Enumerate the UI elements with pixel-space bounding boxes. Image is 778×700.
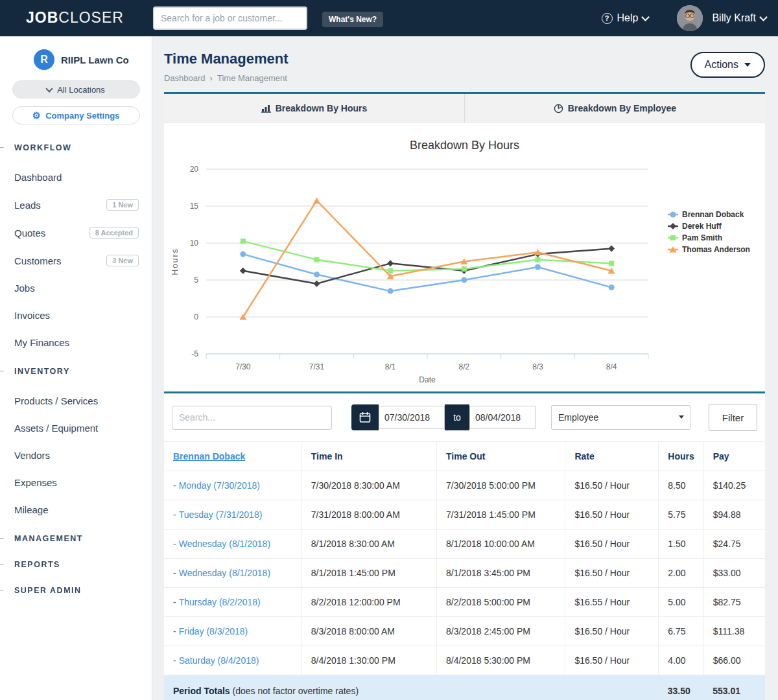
svg-text:20: 20 — [190, 165, 199, 174]
chevron-down-icon — [642, 13, 650, 21]
table-row: -Friday (8/3/2018) 8/3/2018 8:00:00 AM 8… — [164, 617, 765, 646]
svg-text:-5: -5 — [191, 349, 198, 358]
section-inventory: --- INVENTORY — [0, 365, 152, 377]
sidebar-item-my-finances[interactable]: My Finances — [14, 337, 139, 348]
breadcrumb: Dashboard › Time Management — [164, 73, 765, 83]
app-logo[interactable]: JOBCLOSER — [26, 9, 124, 27]
day-link[interactable]: Wednesday (8/1/2018) — [179, 568, 270, 578]
sidebar-item-leads[interactable]: Leads1 New — [14, 199, 139, 211]
company-logo: R — [34, 49, 54, 70]
total-pay: 553.01 — [703, 675, 765, 700]
table-row: -Wednesday (8/1/2018) 8/1/2018 8:30:00 A… — [164, 530, 765, 559]
period-totals-label: Period Totals — [173, 686, 230, 696]
dash-icon: --- — [0, 143, 3, 152]
employee-name-link[interactable]: Brennan Doback — [173, 451, 245, 461]
sidebar-item-products-services[interactable]: Products / Services — [14, 395, 139, 406]
svg-text:7/31: 7/31 — [309, 362, 325, 371]
section-label-management: MANAGEMENT — [14, 534, 83, 543]
help-icon: ? — [602, 13, 613, 24]
svg-text:Breakdown By Hours: Breakdown By Hours — [410, 139, 519, 152]
svg-text:7/30: 7/30 — [235, 362, 251, 371]
logo-bold: JOB — [26, 9, 58, 26]
svg-text:8/3: 8/3 — [532, 362, 543, 371]
timesheet-table: Brennan Doback Time In Time Out Rate Hou… — [164, 441, 765, 700]
actions-button[interactable]: Actions — [690, 52, 765, 78]
sidebar-item-jobs[interactable]: Jobs — [14, 283, 139, 294]
help-menu[interactable]: ? Help — [602, 12, 649, 24]
whats-new-button[interactable]: What's New? — [322, 12, 383, 27]
dash-icon: --- — [0, 366, 3, 375]
day-link[interactable]: Friday (8/3/2018) — [179, 626, 248, 636]
sidebar-item-expenses[interactable]: Expenses — [14, 477, 139, 488]
day-link[interactable]: Monday (7/30/2018) — [179, 480, 260, 491]
user-avatar[interactable] — [677, 5, 703, 31]
bar-chart-icon — [261, 104, 271, 113]
svg-text:15: 15 — [190, 202, 199, 211]
section-reports[interactable]: --- REPORTS — [0, 558, 152, 570]
day-link[interactable]: Saturday (8/4/2018) — [179, 655, 259, 666]
filter-button[interactable]: Filter — [709, 404, 757, 431]
day-link[interactable]: Thursday (8/2/2018) — [179, 597, 261, 607]
user-name: Billy Kraft — [712, 12, 756, 24]
table-row: -Thursday (8/2/2018) 8/2/2018 12:00:00 P… — [164, 588, 765, 617]
page-title: Time Management — [164, 51, 765, 67]
section-label-workflow: WORKFLOW — [14, 143, 71, 152]
svg-text:10: 10 — [190, 239, 199, 248]
day-link[interactable]: Wednesday (8/1/2018) — [179, 539, 270, 549]
col-header-hours: Hours — [659, 442, 703, 471]
sidebar-item-quotes[interactable]: Quotes8 Accepted — [14, 227, 139, 239]
all-locations-label: All Locations — [57, 85, 105, 95]
chevron-down-icon — [759, 13, 768, 21]
section-super-admin[interactable]: --- SUPER ADMIN — [0, 584, 152, 596]
svg-text:5: 5 — [194, 275, 198, 285]
pie-chart-icon — [554, 104, 563, 113]
col-header-pay: Pay — [703, 442, 765, 471]
date-from-input[interactable] — [379, 406, 445, 429]
section-workflow: --- WORKFLOW — [0, 141, 152, 153]
company-name: RIIPL Lawn Co — [61, 54, 129, 65]
employee-select[interactable]: Employee — [551, 405, 690, 430]
dash-icon: --- — [0, 585, 3, 594]
table-search-input[interactable] — [172, 406, 332, 430]
tab-breakdown-by-hours[interactable]: Breakdown By Hours — [164, 94, 464, 122]
breadcrumb-dashboard-link[interactable]: Dashboard — [164, 73, 206, 83]
svg-text:8/4: 8/4 — [606, 362, 617, 371]
table-filter-row: to Employee Filter — [164, 393, 765, 441]
global-search-input[interactable] — [153, 6, 307, 30]
section-label-reports: REPORTS — [14, 560, 60, 569]
sidebar-item-invoices[interactable]: Invoices — [14, 310, 139, 321]
quotes-badge: 8 Accepted — [89, 227, 139, 239]
col-header-time-out: Time Out — [437, 442, 565, 471]
day-link[interactable]: Tuesday (7/31/2018) — [179, 509, 263, 520]
date-to-input[interactable] — [469, 406, 536, 429]
table-row: -Monday (7/30/2018) 7/30/2018 8:30:00 AM… — [164, 471, 765, 500]
chevron-down-icon — [45, 85, 53, 92]
section-management[interactable]: --- MANAGEMENT — [0, 532, 152, 544]
tab-breakdown-by-employee[interactable]: Breakdown By Employee — [464, 94, 765, 122]
company-settings-button[interactable]: ⚙ Company Settings — [12, 106, 140, 124]
top-navbar: JOBCLOSER What's New? ? Help Billy Kraft — [0, 0, 778, 36]
svg-text:8/1: 8/1 — [385, 362, 396, 371]
breadcrumb-separator: › — [210, 73, 213, 83]
total-hours: 33.50 — [659, 675, 703, 700]
period-totals-row: Period Totals (does not factor overtime … — [164, 675, 765, 700]
svg-text:Derek Huff: Derek Huff — [682, 222, 722, 231]
calendar-icon — [359, 412, 371, 423]
gear-icon: ⚙ — [32, 111, 41, 120]
user-menu[interactable]: Billy Kraft — [712, 12, 766, 24]
col-header-rate: Rate — [565, 442, 659, 471]
tab-bar: Breakdown By Hours Breakdown By Employee — [164, 94, 765, 123]
svg-text:0: 0 — [194, 312, 198, 321]
leads-badge: 1 New — [106, 199, 139, 211]
svg-text:Brennan Doback: Brennan Doback — [682, 210, 744, 219]
sidebar-item-vendors[interactable]: Vendors — [14, 450, 139, 461]
sidebar-item-assets-equipment[interactable]: Assets / Equipment — [14, 423, 139, 434]
sidebar-item-mileage[interactable]: Mileage — [14, 504, 139, 515]
col-header-time-in: Time In — [301, 442, 436, 471]
svg-text:Pam Smith: Pam Smith — [682, 233, 722, 242]
svg-text:Date: Date — [419, 375, 436, 384]
calendar-button[interactable] — [351, 404, 379, 430]
sidebar-item-customers[interactable]: Customers3 New — [14, 255, 139, 266]
all-locations-dropdown[interactable]: All Locations — [12, 80, 140, 99]
sidebar-item-dashboard[interactable]: Dashboard — [14, 172, 139, 183]
